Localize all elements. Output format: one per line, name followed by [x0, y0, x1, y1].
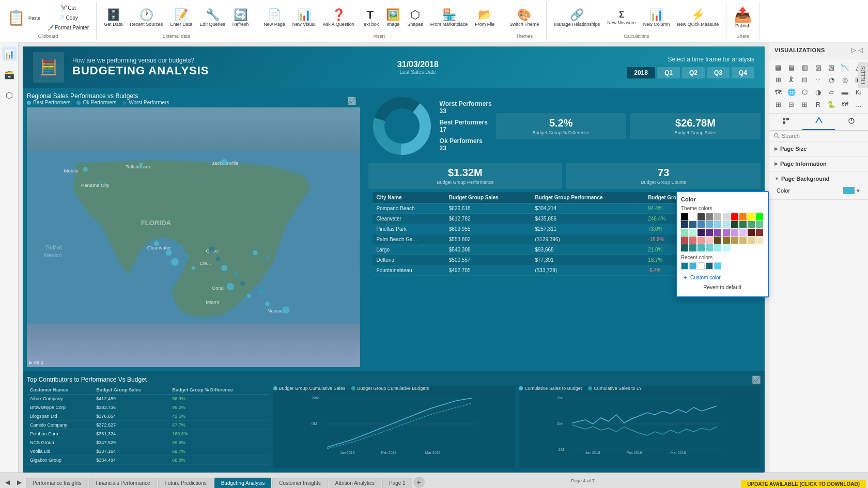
- color-cell[interactable]: [748, 213, 755, 221]
- viz-arcgis[interactable]: 🗺: [839, 99, 850, 110]
- viz-clustered-bar[interactable]: ▤: [786, 61, 797, 73]
- copy-button[interactable]: 📄 Copy: [44, 13, 92, 22]
- color-cell[interactable]: [706, 213, 713, 221]
- update-bar[interactable]: UPDATE AVAILABLE (CLICK TO DOWNLOAD): [741, 480, 866, 488]
- color-cell[interactable]: [689, 213, 696, 221]
- viz-tab-analytics[interactable]: [835, 114, 868, 130]
- shapes-button[interactable]: ⬡ Shapes: [404, 8, 426, 28]
- enter-data-button[interactable]: 📝 Enter Data: [167, 8, 195, 28]
- paste-button[interactable]: 📋 Paste: [4, 9, 43, 27]
- viz-multirow-card[interactable]: ▬: [839, 86, 850, 98]
- time-btn-q2[interactable]: Q2: [682, 67, 705, 78]
- color-cell[interactable]: [689, 244, 696, 251]
- color-cell[interactable]: [748, 229, 755, 236]
- viz-collapse-icon[interactable]: ◁: [858, 46, 863, 54]
- edit-queries-button[interactable]: 🔧 Edit Queries: [196, 8, 228, 28]
- ask-question-button[interactable]: ❓ Ask A Question: [320, 8, 358, 28]
- color-cell[interactable]: [731, 213, 738, 221]
- color-cell[interactable]: [731, 229, 738, 236]
- recent-color-cell[interactable]: [689, 262, 696, 270]
- color-cell[interactable]: [714, 237, 721, 244]
- fields-tab[interactable]: FIELDS: [858, 62, 868, 88]
- viz-tab-format[interactable]: [802, 114, 835, 130]
- color-cell[interactable]: [706, 221, 713, 228]
- color-cell[interactable]: [723, 221, 730, 228]
- viz-more[interactable]: …: [853, 99, 864, 110]
- viz-pie[interactable]: ◔: [826, 74, 837, 85]
- color-cell[interactable]: [689, 221, 696, 228]
- color-cell[interactable]: [698, 244, 705, 251]
- tab-financials[interactable]: Financials Performance: [89, 478, 157, 488]
- color-cell[interactable]: [681, 244, 688, 251]
- refresh-button[interactable]: 🔄 Refresh: [229, 8, 252, 28]
- color-cell[interactable]: [714, 221, 721, 228]
- data-view-icon[interactable]: 🗃️: [2, 67, 17, 82]
- viz-filled-map[interactable]: 🌐: [786, 86, 797, 98]
- color-cell[interactable]: [748, 221, 755, 228]
- color-cell[interactable]: [698, 213, 705, 221]
- time-btn-q3[interactable]: Q3: [707, 67, 730, 78]
- recent-sources-button[interactable]: 🕐 Recent Sources: [127, 8, 166, 28]
- model-view-icon[interactable]: ⬡: [2, 88, 17, 102]
- color-cell[interactable]: [681, 229, 688, 236]
- from-file-button[interactable]: 📂 From File: [472, 8, 498, 28]
- format-painter-button[interactable]: 🖌️ Format Painter: [44, 23, 92, 32]
- color-cell[interactable]: [681, 237, 688, 244]
- tab-prev[interactable]: ◀: [2, 477, 13, 488]
- recent-color-cell[interactable]: [706, 262, 713, 270]
- publish-button[interactable]: 📤 Publish: [731, 6, 755, 30]
- color-cell[interactable]: [681, 213, 688, 221]
- tab-next[interactable]: ▶: [14, 477, 25, 488]
- viz-table[interactable]: ⊟: [786, 99, 797, 110]
- page-size-header[interactable]: ▶ Page Size: [774, 145, 863, 153]
- color-cell[interactable]: [731, 237, 738, 244]
- add-tab-button[interactable]: +: [413, 477, 425, 488]
- chart-expand-icon[interactable]: 📈: [347, 97, 356, 105]
- viz-expand-icon[interactable]: ▷: [851, 46, 856, 54]
- color-cell[interactable]: [714, 229, 721, 236]
- new-quick-measure-button[interactable]: ⚡ New Quick Measure: [674, 8, 722, 28]
- viz-python[interactable]: 🐍: [826, 99, 837, 110]
- manage-relationships-button[interactable]: 🔗 Manage Relationships: [551, 8, 603, 28]
- new-visual-button[interactable]: 📊 New Visual: [289, 8, 319, 28]
- tab-customer[interactable]: Customer Insights: [272, 478, 328, 488]
- image-button[interactable]: 🖼️ Image: [383, 8, 403, 28]
- viz-ribbon[interactable]: 🎗: [786, 74, 797, 85]
- viz-line-col[interactable]: ⊞: [772, 74, 784, 85]
- viz-line[interactable]: 📉: [839, 61, 850, 73]
- color-cell[interactable]: [739, 229, 747, 236]
- color-cell[interactable]: [681, 221, 688, 228]
- viz-slicer[interactable]: ⊞: [772, 99, 784, 110]
- color-cell[interactable]: [739, 221, 747, 228]
- tab-budgeting[interactable]: Budgeting Analysis: [214, 478, 272, 488]
- color-cell[interactable]: [706, 244, 713, 251]
- page-bg-header[interactable]: ▼ Page Background: [774, 175, 863, 183]
- revert-button[interactable]: Revert to default: [681, 282, 764, 292]
- tab-attrition[interactable]: Attrition Analytics: [329, 478, 381, 488]
- viz-waterfall[interactable]: ⊟: [799, 74, 811, 85]
- viz-stacked-col[interactable]: ▨: [813, 61, 824, 73]
- recent-color-cell[interactable]: [698, 262, 705, 270]
- time-btn-q1[interactable]: Q1: [657, 67, 680, 78]
- color-cell[interactable]: [748, 237, 755, 244]
- custom-color-button[interactable]: ✦ Custom color: [681, 273, 764, 282]
- color-dropdown-arrow[interactable]: ▼: [856, 188, 861, 194]
- color-cell[interactable]: [739, 237, 747, 244]
- tab-future[interactable]: Future Predictions: [158, 478, 213, 488]
- viz-funnel[interactable]: ⬡: [799, 86, 811, 98]
- report-view-icon[interactable]: 📊: [2, 46, 17, 61]
- viz-clustered-col[interactable]: ▧: [826, 61, 837, 73]
- viz-map[interactable]: 🗺: [772, 86, 784, 98]
- color-cell[interactable]: [689, 237, 696, 244]
- color-cell[interactable]: [698, 221, 705, 228]
- bottom-chart-icon[interactable]: 📈: [752, 375, 761, 384]
- switch-theme-button[interactable]: 🎨 Switch Theme: [506, 8, 542, 28]
- viz-card[interactable]: ▱: [826, 86, 837, 98]
- color-cell[interactable]: [723, 213, 730, 221]
- color-cell[interactable]: [706, 229, 713, 236]
- search-input[interactable]: [782, 133, 864, 139]
- color-cell[interactable]: [698, 229, 705, 236]
- page-info-header[interactable]: ▶ Page Information: [774, 160, 863, 168]
- new-page-button[interactable]: 📄 New Page: [260, 8, 288, 28]
- color-cell[interactable]: [689, 229, 696, 236]
